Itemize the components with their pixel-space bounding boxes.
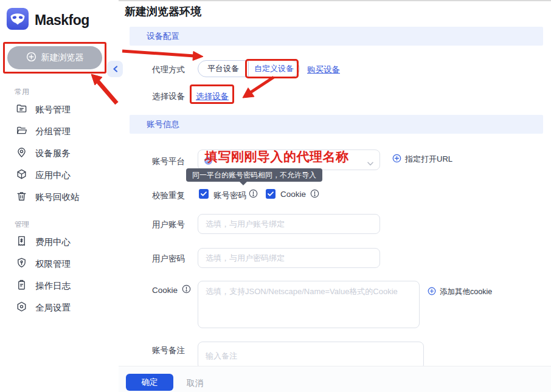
sidebar-item-operation-log[interactable]: 操作日志 [0,275,119,297]
confirm-button[interactable]: 确定 [126,374,173,391]
proxy-option-platform-device[interactable]: 平台设备 [198,61,249,77]
sidebar-item-permission-management[interactable]: 权限管理 [0,253,119,275]
settings-hexagon-icon [16,301,27,314]
sidebar-item-app-center[interactable]: 应用中心 [0,164,119,186]
cookie-textarea[interactable] [198,281,420,328]
checkbox-cookie-label: Cookie [280,190,306,199]
red-annotation-platform-note: 填写刚刚导入的代理名称 [205,148,349,165]
section-device-config-label: 设备配置 [130,27,543,46]
form-footer: 确定 取消 [119,366,551,392]
specify-open-url-label: 指定打开URL [405,154,452,165]
chevron-left-icon [113,64,118,75]
check-icon [268,191,274,196]
section-account-info: 账号信息 [130,115,543,134]
sidebar-item-label: 费用中心 [35,236,71,248]
section-device-config: 设备配置 [130,27,543,46]
page-title: 新建浏览器环境 [125,4,201,19]
sidebar: Maskfog 新建浏览器 常用 账号管理 [0,0,119,392]
proxy-option-custom-device[interactable]: 自定义设备 [249,61,299,77]
specify-open-url-button[interactable]: 指定打开URL [392,154,452,165]
sidebar-item-label: 分组管理 [35,126,71,137]
username-input[interactable] [198,214,380,234]
window-top-edge [119,0,551,1]
password-label: 用户密码 [152,253,185,264]
clipboard-icon [16,279,27,292]
cancel-button[interactable]: 取消 [187,378,203,389]
app-logo: Maskfog [6,7,89,33]
username-label: 用户账号 [152,219,185,230]
info-exclamation-icon[interactable] [310,189,319,201]
sidebar-collapse-handle[interactable] [107,61,123,77]
account-note-label: 账号备注 [152,345,185,356]
cube-icon [16,168,27,182]
chevron-down-icon [367,157,373,168]
shield-key-icon [16,257,27,270]
plus-circle-icon [428,287,436,297]
plus-circle-icon [26,52,36,64]
check-duplicate-label: 校验重复 [152,190,185,201]
proxy-method-segmented-control: 平台设备 自定义设备 [198,60,300,77]
buy-device-link[interactable]: 购买设备 [307,64,340,75]
folder-open-icon [16,125,27,138]
sidebar-section-common: 常用 [0,85,119,98]
sidebar-item-label: 账号回收站 [35,191,80,203]
sidebar-item-global-settings[interactable]: 全局设置 [0,297,119,318]
info-exclamation-icon[interactable] [182,284,191,296]
info-exclamation-icon[interactable] [249,189,258,201]
sidebar-item-label: 全局设置 [35,302,71,314]
add-other-cookie-button[interactable]: 添加其他cookie [428,287,492,297]
sidebar-item-device-service[interactable]: 设备服务 [0,142,119,164]
folder-list-icon [16,103,27,116]
new-browser-button[interactable]: 新建浏览器 [7,46,102,69]
section-account-info-label: 账号信息 [130,115,543,134]
checkbox-account-password[interactable] [199,189,209,199]
sidebar-item-label: 应用中心 [35,170,71,181]
sidebar-item-label: 账号管理 [35,104,71,115]
trash-icon [16,190,27,204]
duplicate-rule-tooltip: 同一平台的账号密码相同，不允许导入 [186,168,322,182]
sidebar-item-label: 设备服务 [35,148,71,159]
sidebar-item-label: 操作日志 [35,280,71,292]
sidebar-item-account-management[interactable]: 账号管理 [0,98,119,120]
checkbox-cookie[interactable] [266,189,276,199]
plus-circle-icon [392,154,401,165]
select-device-link[interactable]: 选择设备 [196,91,229,102]
sidebar-menu: 常用 账号管理 分组管理 [0,85,119,318]
proxy-method-label: 代理方式 [152,64,185,75]
account-platform-label: 账号平台 [152,156,185,167]
maskfog-mask-icon [6,7,29,33]
sidebar-item-label: 权限管理 [35,258,71,270]
main-panel: 新建浏览器环境 设备配置 代理方式 平台设备 自定义设备 购买设备 选择设备 选… [119,0,551,392]
app-name: Maskfog [35,12,89,29]
sidebar-section-manage: 管理 [0,218,119,231]
location-pin-icon [16,146,27,160]
new-browser-button-label: 新建浏览器 [41,52,84,63]
sidebar-item-account-recycle-bin[interactable]: 账号回收站 [0,186,119,208]
select-device-label: 选择设备 [152,91,185,102]
sidebar-item-group-management[interactable]: 分组管理 [0,120,119,142]
checkbox-account-password-label: 账号密码 [213,190,246,201]
receipt-dollar-icon [16,235,27,249]
cookie-label: Cookie [152,286,178,295]
password-input[interactable] [198,248,380,268]
check-icon [201,191,207,196]
add-other-cookie-label: 添加其他cookie [440,287,492,297]
sidebar-item-cost-center[interactable]: 费用中心 [0,231,119,253]
